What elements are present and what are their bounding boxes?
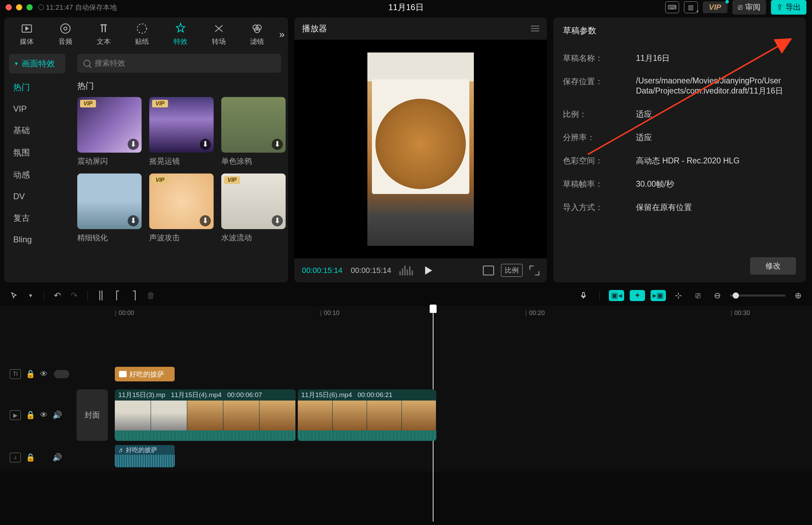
tab-filter[interactable]: 滤镜 (238, 22, 276, 46)
download-icon[interactable]: ⬇ (128, 215, 139, 226)
track-toggle[interactable] (54, 370, 69, 378)
effect-item[interactable]: VIP ⬇ 震动屏闪 (77, 97, 142, 167)
category-hot[interactable]: 热门 (4, 76, 70, 98)
tab-media[interactable]: 媒体 (8, 22, 46, 46)
category-retro[interactable]: 复古 (4, 207, 70, 229)
player-menu-button[interactable] (531, 26, 539, 31)
preview-axis-button[interactable]: ⊹ (671, 289, 685, 302)
audio-track: ♪ 🔒 🔊 ♬ 好吃的披萨 (7, 444, 805, 471)
effect-item[interactable]: ⬇ 单色涂鸦 (221, 97, 286, 167)
preview-render-button[interactable]: ⎚ (691, 289, 705, 302)
safe-zone-button[interactable] (483, 266, 494, 275)
effect-item[interactable]: VIP ⬇ 水波流动 (221, 173, 286, 243)
link-clips-button[interactable]: ▸▣ (651, 290, 666, 301)
trim-right-tool[interactable]: ⎤ (127, 289, 141, 302)
search-placeholder: 搜索特效 (95, 58, 125, 68)
tab-text[interactable]: 文本 (85, 22, 123, 46)
aspect-ratio-button[interactable]: 比例 (501, 264, 523, 277)
effect-item[interactable]: VIP ⬇ 摇晃运镜 (149, 97, 214, 167)
search-effects-input[interactable]: 搜索特效 (77, 54, 281, 73)
vip-badge[interactable]: VIP (703, 1, 727, 13)
notification-dot-icon (725, 0, 729, 3)
tool-dropdown[interactable]: ▼ (24, 289, 38, 302)
mute-icon[interactable]: 🔊 (53, 411, 62, 420)
lock-icon[interactable]: 🔒 (26, 370, 35, 379)
lock-icon[interactable]: 🔒 (26, 453, 35, 462)
category-group-visual-effects[interactable]: ▼ 画面特效 (9, 54, 65, 73)
vip-tag-icon: VIP (152, 176, 168, 184)
svg-point-3 (137, 24, 147, 33)
total-duration: 00:00:15:14 (351, 266, 391, 275)
fullscreen-button[interactable] (530, 266, 539, 275)
mute-icon[interactable]: 🔊 (53, 453, 62, 462)
media-icon (21, 22, 33, 35)
vip-tag-icon: VIP (224, 176, 240, 184)
auto-align-button[interactable]: ✦ (630, 290, 645, 301)
keyboard-shortcut-button[interactable]: ⌨ (665, 1, 679, 13)
download-icon[interactable]: ⬇ (128, 139, 139, 150)
ruler-tick: 00:20 (525, 309, 545, 317)
param-import-label: 导入方式： (563, 202, 636, 213)
visibility-icon[interactable]: 👁 (40, 411, 48, 420)
effect-item[interactable]: ⬇ 精细锐化 (77, 173, 142, 243)
review-button[interactable]: ⎚ 审阅 (732, 0, 766, 15)
modify-button[interactable]: 修改 (750, 257, 796, 275)
tab-effect[interactable]: 特效 (161, 22, 199, 46)
video-clip[interactable]: 11月15日(3).mp 11月15日(4).mp4 00:00:06:07 (115, 389, 296, 441)
pointer-tool[interactable] (7, 289, 21, 302)
download-icon[interactable]: ⬇ (272, 139, 283, 150)
clock-icon (38, 5, 44, 10)
split-tool[interactable]: ⎥⎢ (94, 289, 108, 302)
zoom-in-button[interactable]: ⊕ (791, 289, 805, 302)
param-name-label: 草稿名称： (563, 53, 636, 64)
ruler-tick: 00:00 (115, 309, 134, 317)
download-icon[interactable]: ⬇ (200, 139, 211, 150)
category-dynamic[interactable]: 动感 (4, 164, 70, 186)
maximize-window-button[interactable] (26, 4, 33, 10)
trim-left-tool[interactable]: ⎡ (111, 289, 125, 302)
magnet-snap-button[interactable]: ▣◂ (609, 290, 624, 301)
playhead-handle-icon[interactable] (430, 305, 437, 313)
export-button[interactable]: ⇪ 导出 (771, 0, 806, 15)
expand-tabs-button[interactable]: » (279, 29, 285, 40)
project-title: 11月16日 (388, 2, 423, 13)
effect-item[interactable]: VIP ⬇ 声波攻击 (149, 173, 214, 243)
category-vip[interactable]: VIP (4, 98, 70, 119)
param-fps-value: 30.00帧/秒 (636, 179, 796, 189)
param-path-value: /Users/maonee/Movies/JianyingPro/User Da… (636, 76, 796, 96)
minimize-window-button[interactable] (16, 4, 22, 10)
timeline-ruler[interactable]: 00:00 00:10 00:20 00:30 (77, 306, 805, 320)
audio-clip[interactable]: ♬ 好吃的披萨 (115, 445, 175, 467)
param-color-value: 高动态 HDR - Rec.2020 HLG (636, 155, 796, 166)
voiceover-button[interactable] (576, 289, 590, 302)
download-icon[interactable]: ⬇ (200, 215, 211, 226)
redo-button[interactable]: ↷ (67, 289, 81, 302)
layout-button[interactable]: ▥▾ (684, 1, 698, 13)
tab-sticker[interactable]: 贴纸 (123, 22, 161, 46)
lock-icon[interactable]: 🔒 (26, 411, 35, 420)
close-window-button[interactable] (6, 4, 12, 10)
player-preview[interactable] (294, 40, 547, 258)
zoom-out-button[interactable]: ⊖ (710, 289, 724, 302)
delete-button[interactable]: 🗑 (144, 289, 158, 302)
param-res-label: 分辨率： (563, 132, 636, 143)
category-basic[interactable]: 基础 (4, 119, 70, 142)
category-bling[interactable]: Bling (4, 229, 70, 250)
category-dv[interactable]: DV (4, 186, 70, 207)
undo-button[interactable]: ↶ (50, 289, 64, 302)
zoom-slider[interactable] (730, 294, 786, 297)
preview-frame (367, 52, 474, 246)
category-atmosphere[interactable]: 氛围 (4, 142, 70, 164)
video-clip[interactable]: 11月15日(6).mp4 00:00:06:21 (298, 389, 436, 441)
tab-transition[interactable]: 转场 (200, 22, 238, 46)
play-button[interactable] (425, 266, 432, 275)
text-clip[interactable]: 好吃的披萨 (115, 367, 175, 381)
audio-icon (59, 22, 72, 35)
timeline[interactable]: 00:00 00:10 00:20 00:30 TI 🔒 👁 好吃的披萨 (0, 306, 812, 471)
download-icon[interactable]: ⬇ (272, 215, 283, 226)
svg-rect-8 (582, 292, 584, 297)
tab-audio[interactable]: 音频 (46, 22, 84, 46)
cover-placeholder[interactable]: 封面 (77, 389, 108, 441)
visibility-icon[interactable]: 👁 (40, 370, 48, 379)
params-title: 草稿参数 (563, 25, 796, 36)
